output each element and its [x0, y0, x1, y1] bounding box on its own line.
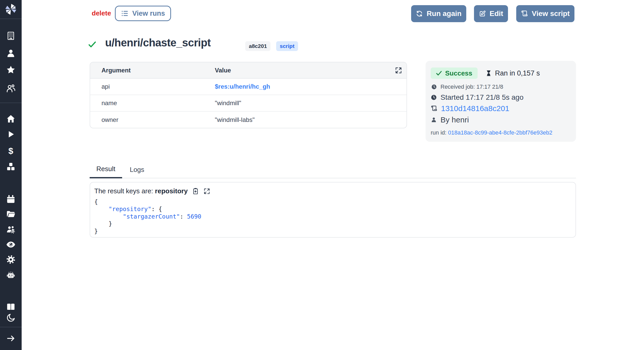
clock-icon — [431, 94, 437, 101]
check-icon — [436, 70, 442, 76]
edit-button[interactable]: Edit — [474, 5, 508, 22]
job-hash-link[interactable]: 1310d14816a8c201 — [441, 104, 509, 113]
result-json: { "repository": { "stargazerCount": 5690… — [94, 198, 571, 235]
tab-result[interactable]: Result — [90, 165, 122, 178]
sidebar-divider — [0, 327, 22, 327]
run-id-link[interactable]: 018a18ac-8c99-abe4-8cfe-2bbf76e93eb2 — [448, 129, 552, 136]
arg-value: "windmill-labs" — [215, 111, 406, 128]
result-tabbar: Result Logs — [90, 165, 576, 178]
arg-name: api — [90, 78, 215, 95]
delete-button[interactable]: delete — [92, 9, 111, 17]
args-table-body: api$res:u/henri/hc_ghname"windmill"owner… — [90, 78, 406, 128]
sidebar-divider — [0, 19, 22, 19]
edit-label: Edit — [490, 10, 503, 18]
tab-logs[interactable]: Logs — [123, 166, 151, 178]
result-keys-text: The result keys are: repository — [94, 187, 188, 195]
version-hash-badge: a8c201 — [245, 41, 270, 51]
received-job-line: Received job: 17:17 21/8 — [431, 84, 571, 90]
table-header-row: Argument Value — [90, 62, 406, 78]
status-panel: Success Ran in 0,157 s Received job: 17:… — [426, 61, 576, 142]
clock-icon — [431, 84, 437, 90]
view-script-label: View script — [532, 10, 570, 18]
user-icon[interactable] — [6, 48, 16, 58]
eye-icon[interactable] — [6, 240, 16, 249]
result-key: repository — [155, 187, 188, 195]
column-argument: Argument — [90, 62, 215, 78]
refresh-icon — [416, 10, 423, 17]
run-again-button[interactable]: Run again — [411, 5, 466, 22]
home-icon[interactable] — [6, 114, 16, 124]
job-hash-line: 1310d14816a8c201 — [431, 104, 571, 113]
view-runs-label: View runs — [132, 10, 165, 18]
windmill-logo-icon[interactable] — [4, 3, 18, 16]
list-icon — [121, 10, 129, 17]
star-icon[interactable] — [6, 65, 16, 75]
cubes-icon[interactable] — [6, 162, 16, 172]
run-again-label: Run again — [427, 10, 461, 18]
script-kind-badge: script — [276, 41, 298, 51]
arrow-right-icon[interactable] — [6, 334, 16, 343]
sidebar: $ — [0, 0, 22, 350]
pencil-square-icon — [479, 10, 486, 17]
building-icon[interactable] — [6, 31, 16, 41]
run-id-line: run id: 018a18ac-8c99-abe4-8cfe-2bbf76e9… — [431, 129, 571, 136]
job-run-page: $ delete — [0, 0, 644, 350]
result-card: The result keys are: repository { "repos… — [90, 182, 576, 238]
arg-row: owner"windmill-labs" — [90, 111, 406, 128]
hourglass-icon — [485, 70, 492, 77]
run-duration: Ran in 0,157 s — [485, 69, 540, 77]
column-value: Value — [215, 62, 406, 78]
view-script-button[interactable]: View script — [516, 5, 574, 22]
moon-icon[interactable] — [6, 313, 16, 323]
expand-icon[interactable] — [203, 188, 210, 195]
play-icon[interactable] — [6, 129, 16, 139]
person-icon — [431, 117, 437, 123]
arg-row: name"windmill" — [90, 95, 406, 111]
arg-value: "windmill" — [215, 95, 406, 111]
gear-icon[interactable] — [6, 255, 16, 264]
author-line: By henri — [431, 115, 571, 124]
arg-row: api$res:u/henri/hc_gh — [90, 78, 406, 95]
status-badge: Success — [431, 68, 478, 79]
copy-to-clipboard-icon[interactable] — [192, 188, 199, 195]
arg-value-resource-link[interactable]: $res:u/henri/hc_gh — [215, 78, 406, 95]
success-check-icon — [88, 41, 96, 48]
robot-icon[interactable] — [6, 270, 16, 280]
calendar-icon[interactable] — [6, 194, 16, 204]
arg-name: name — [90, 95, 215, 111]
folder-open-icon[interactable] — [6, 209, 16, 219]
scroll-icon — [431, 105, 437, 112]
view-runs-button[interactable]: View runs — [115, 6, 171, 21]
users-icon[interactable] — [6, 84, 16, 93]
group-gear-icon[interactable] — [6, 225, 16, 235]
book-icon[interactable] — [6, 302, 16, 312]
scroll-icon — [521, 10, 528, 17]
arg-name: owner — [90, 111, 215, 128]
page-title: u/henri/chaste_script — [105, 37, 211, 49]
arguments-table: Argument Value api$res:u/henri/hc_ghname… — [90, 62, 407, 128]
dollar-icon[interactable]: $ — [6, 146, 16, 156]
expand-icon[interactable] — [395, 66, 402, 74]
started-line: Started 17:17 21/8 5s ago — [431, 93, 571, 102]
result-summary: The result keys are: repository — [94, 187, 571, 195]
sidebar-divider — [0, 103, 22, 103]
